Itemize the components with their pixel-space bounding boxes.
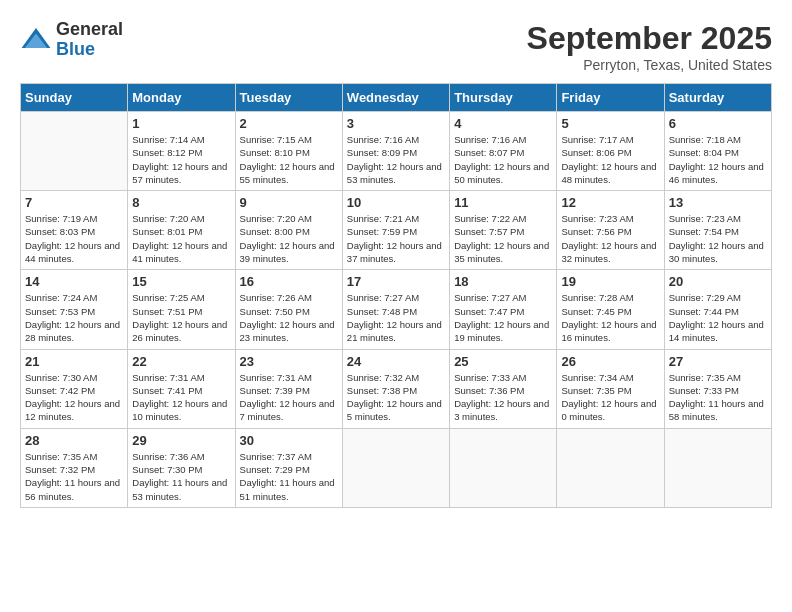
calendar-cell: 13Sunrise: 7:23 AM Sunset: 7:54 PM Dayli… xyxy=(664,191,771,270)
calendar-cell: 16Sunrise: 7:26 AM Sunset: 7:50 PM Dayli… xyxy=(235,270,342,349)
calendar-cell: 10Sunrise: 7:21 AM Sunset: 7:59 PM Dayli… xyxy=(342,191,449,270)
day-number: 15 xyxy=(132,274,230,289)
day-info: Sunrise: 7:27 AM Sunset: 7:48 PM Dayligh… xyxy=(347,291,445,344)
calendar-cell: 29Sunrise: 7:36 AM Sunset: 7:30 PM Dayli… xyxy=(128,428,235,507)
day-number: 12 xyxy=(561,195,659,210)
day-info: Sunrise: 7:24 AM Sunset: 7:53 PM Dayligh… xyxy=(25,291,123,344)
calendar-cell xyxy=(450,428,557,507)
day-number: 20 xyxy=(669,274,767,289)
calendar-cell: 3Sunrise: 7:16 AM Sunset: 8:09 PM Daylig… xyxy=(342,112,449,191)
header-day: Wednesday xyxy=(342,84,449,112)
day-info: Sunrise: 7:28 AM Sunset: 7:45 PM Dayligh… xyxy=(561,291,659,344)
calendar-cell: 22Sunrise: 7:31 AM Sunset: 7:41 PM Dayli… xyxy=(128,349,235,428)
day-number: 18 xyxy=(454,274,552,289)
day-number: 10 xyxy=(347,195,445,210)
day-number: 27 xyxy=(669,354,767,369)
day-info: Sunrise: 7:20 AM Sunset: 8:00 PM Dayligh… xyxy=(240,212,338,265)
day-info: Sunrise: 7:30 AM Sunset: 7:42 PM Dayligh… xyxy=(25,371,123,424)
day-number: 7 xyxy=(25,195,123,210)
calendar-cell: 19Sunrise: 7:28 AM Sunset: 7:45 PM Dayli… xyxy=(557,270,664,349)
day-number: 26 xyxy=(561,354,659,369)
calendar-cell: 25Sunrise: 7:33 AM Sunset: 7:36 PM Dayli… xyxy=(450,349,557,428)
calendar-cell: 28Sunrise: 7:35 AM Sunset: 7:32 PM Dayli… xyxy=(21,428,128,507)
logo-general: General xyxy=(56,20,123,40)
day-info: Sunrise: 7:16 AM Sunset: 8:09 PM Dayligh… xyxy=(347,133,445,186)
calendar-cell: 24Sunrise: 7:32 AM Sunset: 7:38 PM Dayli… xyxy=(342,349,449,428)
calendar-week: 28Sunrise: 7:35 AM Sunset: 7:32 PM Dayli… xyxy=(21,428,772,507)
day-info: Sunrise: 7:18 AM Sunset: 8:04 PM Dayligh… xyxy=(669,133,767,186)
day-info: Sunrise: 7:23 AM Sunset: 7:56 PM Dayligh… xyxy=(561,212,659,265)
calendar-cell: 2Sunrise: 7:15 AM Sunset: 8:10 PM Daylig… xyxy=(235,112,342,191)
calendar-cell xyxy=(21,112,128,191)
day-info: Sunrise: 7:33 AM Sunset: 7:36 PM Dayligh… xyxy=(454,371,552,424)
day-info: Sunrise: 7:25 AM Sunset: 7:51 PM Dayligh… xyxy=(132,291,230,344)
day-info: Sunrise: 7:16 AM Sunset: 8:07 PM Dayligh… xyxy=(454,133,552,186)
day-number: 3 xyxy=(347,116,445,131)
day-info: Sunrise: 7:19 AM Sunset: 8:03 PM Dayligh… xyxy=(25,212,123,265)
calendar-header: SundayMondayTuesdayWednesdayThursdayFrid… xyxy=(21,84,772,112)
page-header: General Blue September 2025 Perryton, Te… xyxy=(20,20,772,73)
day-info: Sunrise: 7:35 AM Sunset: 7:32 PM Dayligh… xyxy=(25,450,123,503)
day-info: Sunrise: 7:21 AM Sunset: 7:59 PM Dayligh… xyxy=(347,212,445,265)
day-number: 5 xyxy=(561,116,659,131)
day-number: 4 xyxy=(454,116,552,131)
calendar-cell xyxy=(557,428,664,507)
header-day: Sunday xyxy=(21,84,128,112)
title-block: September 2025 Perryton, Texas, United S… xyxy=(527,20,772,73)
calendar-cell: 26Sunrise: 7:34 AM Sunset: 7:35 PM Dayli… xyxy=(557,349,664,428)
header-day: Monday xyxy=(128,84,235,112)
day-number: 23 xyxy=(240,354,338,369)
calendar-cell: 18Sunrise: 7:27 AM Sunset: 7:47 PM Dayli… xyxy=(450,270,557,349)
day-number: 13 xyxy=(669,195,767,210)
day-number: 11 xyxy=(454,195,552,210)
calendar-cell: 17Sunrise: 7:27 AM Sunset: 7:48 PM Dayli… xyxy=(342,270,449,349)
day-info: Sunrise: 7:35 AM Sunset: 7:33 PM Dayligh… xyxy=(669,371,767,424)
calendar-cell: 5Sunrise: 7:17 AM Sunset: 8:06 PM Daylig… xyxy=(557,112,664,191)
calendar-week: 14Sunrise: 7:24 AM Sunset: 7:53 PM Dayli… xyxy=(21,270,772,349)
day-number: 17 xyxy=(347,274,445,289)
calendar-cell: 8Sunrise: 7:20 AM Sunset: 8:01 PM Daylig… xyxy=(128,191,235,270)
day-info: Sunrise: 7:22 AM Sunset: 7:57 PM Dayligh… xyxy=(454,212,552,265)
logo-blue: Blue xyxy=(56,40,123,60)
day-number: 6 xyxy=(669,116,767,131)
header-day: Friday xyxy=(557,84,664,112)
calendar-body: 1Sunrise: 7:14 AM Sunset: 8:12 PM Daylig… xyxy=(21,112,772,508)
calendar-week: 7Sunrise: 7:19 AM Sunset: 8:03 PM Daylig… xyxy=(21,191,772,270)
day-info: Sunrise: 7:23 AM Sunset: 7:54 PM Dayligh… xyxy=(669,212,767,265)
calendar-cell: 7Sunrise: 7:19 AM Sunset: 8:03 PM Daylig… xyxy=(21,191,128,270)
day-number: 9 xyxy=(240,195,338,210)
location: Perryton, Texas, United States xyxy=(527,57,772,73)
day-number: 21 xyxy=(25,354,123,369)
day-number: 2 xyxy=(240,116,338,131)
header-row: SundayMondayTuesdayWednesdayThursdayFrid… xyxy=(21,84,772,112)
day-number: 29 xyxy=(132,433,230,448)
calendar-cell xyxy=(342,428,449,507)
calendar-cell: 6Sunrise: 7:18 AM Sunset: 8:04 PM Daylig… xyxy=(664,112,771,191)
calendar-cell: 9Sunrise: 7:20 AM Sunset: 8:00 PM Daylig… xyxy=(235,191,342,270)
day-number: 19 xyxy=(561,274,659,289)
day-number: 25 xyxy=(454,354,552,369)
header-day: Saturday xyxy=(664,84,771,112)
calendar-week: 21Sunrise: 7:30 AM Sunset: 7:42 PM Dayli… xyxy=(21,349,772,428)
calendar-cell: 15Sunrise: 7:25 AM Sunset: 7:51 PM Dayli… xyxy=(128,270,235,349)
calendar-cell: 12Sunrise: 7:23 AM Sunset: 7:56 PM Dayli… xyxy=(557,191,664,270)
day-number: 24 xyxy=(347,354,445,369)
day-info: Sunrise: 7:31 AM Sunset: 7:41 PM Dayligh… xyxy=(132,371,230,424)
header-day: Tuesday xyxy=(235,84,342,112)
day-info: Sunrise: 7:15 AM Sunset: 8:10 PM Dayligh… xyxy=(240,133,338,186)
day-number: 22 xyxy=(132,354,230,369)
day-info: Sunrise: 7:31 AM Sunset: 7:39 PM Dayligh… xyxy=(240,371,338,424)
day-number: 14 xyxy=(25,274,123,289)
day-number: 16 xyxy=(240,274,338,289)
day-number: 8 xyxy=(132,195,230,210)
calendar-cell: 4Sunrise: 7:16 AM Sunset: 8:07 PM Daylig… xyxy=(450,112,557,191)
calendar-cell xyxy=(664,428,771,507)
day-info: Sunrise: 7:20 AM Sunset: 8:01 PM Dayligh… xyxy=(132,212,230,265)
day-info: Sunrise: 7:26 AM Sunset: 7:50 PM Dayligh… xyxy=(240,291,338,344)
day-info: Sunrise: 7:36 AM Sunset: 7:30 PM Dayligh… xyxy=(132,450,230,503)
day-info: Sunrise: 7:32 AM Sunset: 7:38 PM Dayligh… xyxy=(347,371,445,424)
day-info: Sunrise: 7:37 AM Sunset: 7:29 PM Dayligh… xyxy=(240,450,338,503)
calendar-cell: 23Sunrise: 7:31 AM Sunset: 7:39 PM Dayli… xyxy=(235,349,342,428)
calendar-cell: 14Sunrise: 7:24 AM Sunset: 7:53 PM Dayli… xyxy=(21,270,128,349)
day-info: Sunrise: 7:27 AM Sunset: 7:47 PM Dayligh… xyxy=(454,291,552,344)
